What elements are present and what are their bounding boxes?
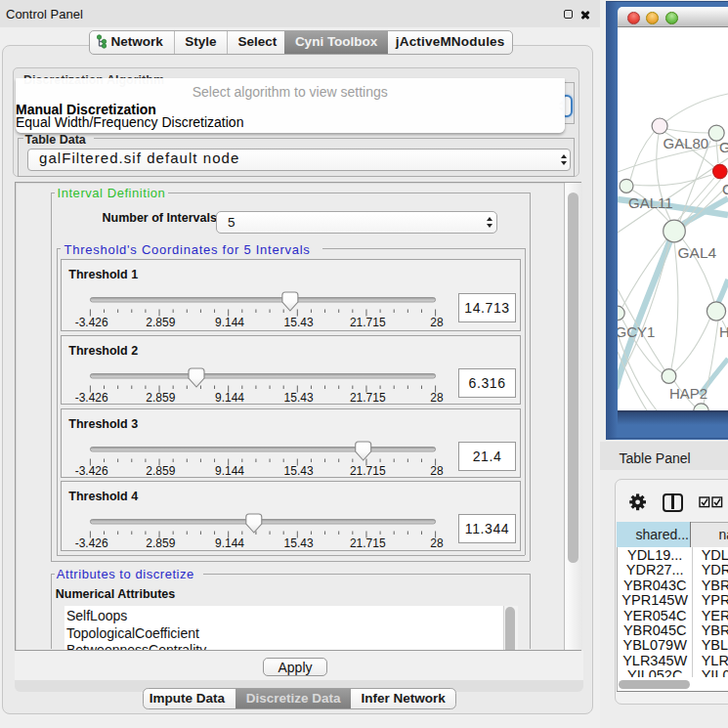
svg-text:GAL80: GAL80	[664, 135, 709, 151]
svg-text:HAP2: HAP2	[669, 385, 707, 402]
svg-text:GCY1: GCY1	[618, 323, 655, 340]
svg-text:GA: GA	[719, 139, 728, 155]
svg-text:GAL4: GAL4	[678, 244, 717, 261]
svg-text:H: H	[719, 323, 728, 340]
svg-text:GAL11: GAL11	[628, 194, 673, 211]
svg-text:C: C	[722, 181, 728, 197]
